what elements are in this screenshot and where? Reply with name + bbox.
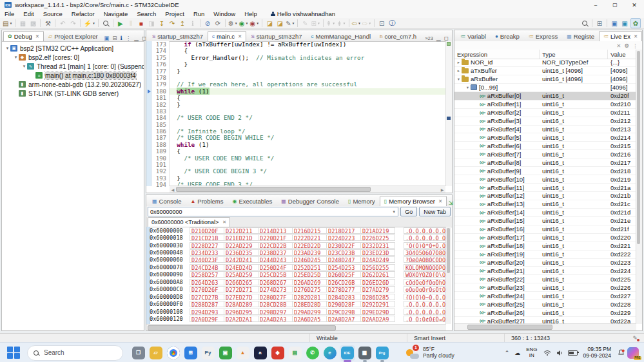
code-editor[interactable]: 1731741751761771781791801811821831841851…	[146, 41, 452, 186]
close-button[interactable]: ✕	[625, 0, 644, 10]
menu-edit[interactable]: Edit	[19, 10, 38, 17]
disconnect-icon[interactable]: ◨	[147, 19, 156, 28]
tab-registe[interactable]: ▦Registe	[562, 31, 599, 41]
memory-hex-cell[interactable]: D210D20F	[190, 227, 224, 234]
taskbar-weather[interactable]: 1 85°F Partly cloudy	[406, 347, 454, 359]
memory-hex-cell[interactable]: D240D23F	[190, 256, 224, 263]
memory-vscrollbar[interactable]	[445, 227, 451, 324]
menu-refactor[interactable]: Refactor	[67, 10, 99, 17]
tree-expander-icon[interactable]: ▾	[13, 55, 19, 60]
memory-hex-cell[interactable]: D226D225	[360, 234, 395, 241]
expression-row[interactable]: (x)=aRxBuffer[3]uint16_t0xd212	[454, 117, 636, 126]
menu-window[interactable]: Window	[209, 10, 240, 17]
debug-tree-node[interactable]: ▾◆bsp2.elf [cores: 0]	[2, 53, 144, 62]
memory-hex-cell[interactable]: D224D223	[326, 234, 361, 241]
debug-tree-node[interactable]: ▮arm-none-eabi-gdb (13.2.90.20230627)	[2, 80, 144, 89]
memory-hex-cell[interactable]: D294D293	[190, 309, 224, 315]
expression-row[interactable]: (x)=aRxBuffer[13]uint16_t0xd21c	[454, 200, 636, 209]
memory-hex-cell[interactable]: D28AD289	[224, 301, 259, 307]
maximize-button[interactable]: ▢	[605, 0, 625, 10]
expressions-vscrollbar[interactable]	[636, 50, 642, 324]
expression-row[interactable]: (x)=aRxBuffer[8]uint16_t0xd217	[454, 158, 636, 167]
skip-breakpoints-icon[interactable]: ⊘	[203, 19, 212, 28]
memory-hex-cell[interactable]: D21CD21B	[190, 234, 224, 241]
debug-tree-node[interactable]: ≡main() at main.c:180 0x80003f4	[2, 71, 144, 80]
tree-expander-icon[interactable]: ▾	[456, 77, 462, 82]
memory-hex-cell[interactable]: D232D231	[360, 242, 395, 249]
code-line[interactable]: /* USER CODE END WHILE */	[170, 155, 445, 162]
view-menu-icon[interactable]: ⋮	[126, 35, 132, 41]
menu-project[interactable]: Project	[161, 10, 189, 17]
code-line[interactable]: // If we reach here, all operations are …	[170, 81, 445, 88]
memory-hex-cell[interactable]: D274D273	[258, 286, 293, 292]
minimize-icon[interactable]: ▁	[436, 35, 441, 41]
expressions-hscroll-thumb[interactable]	[467, 325, 552, 330]
memory-hex-cell[interactable]: D22AD229	[224, 242, 259, 249]
menu-run[interactable]: Run	[189, 10, 209, 17]
tray-chevron-icon[interactable]: ⌃	[505, 350, 510, 356]
tab-live-ex[interactable]: ≔Live Ex✕	[599, 31, 642, 41]
memory-hscroll-thumb[interactable]	[148, 325, 336, 330]
close-icon[interactable]: ✕	[238, 33, 242, 39]
code-line[interactable]: Error_Handler(); // Mismatch indicates a…	[170, 55, 445, 61]
memory-row[interactable]: 0x60000000D210D20FD212D211D214D213D216D2…	[150, 227, 446, 234]
menu-source[interactable]: Source	[39, 10, 67, 17]
scroll-right-arrow[interactable]: ▶	[439, 187, 445, 192]
battery-icon[interactable]	[568, 350, 578, 356]
device-config-perspective-icon[interactable]: ▣	[620, 19, 629, 28]
memory-row[interactable]: 0x60000030D228D227D22AD229D22CD22BD22ED2…	[150, 242, 446, 249]
code-line[interactable]: while (1)	[170, 142, 445, 148]
tab-executables[interactable]: ◉Executables	[228, 196, 277, 206]
profile-icon[interactable]: ⚙▼	[228, 19, 238, 28]
memory-hex-cell[interactable]: D25AD259	[224, 271, 259, 278]
memory-hex-cell[interactable]: D29ED29D	[360, 309, 395, 315]
memory-row[interactable]: 0x60000048D234D233D236D235D238D237D23AD2…	[150, 249, 446, 256]
expression-row[interactable]: (x)=aRxBuffer[10]uint16_t0xd219	[454, 175, 636, 184]
code-line[interactable]: while (1)	[170, 88, 445, 95]
memory-hex-cell[interactable]: D254D253	[326, 264, 361, 271]
column-type[interactable]: Type	[540, 50, 608, 59]
notifications-bell-icon[interactable]	[618, 349, 625, 356]
debug-perspective-icon[interactable]: ✿	[630, 18, 641, 28]
memory-hex-cell[interactable]: D230D22F	[326, 242, 361, 249]
memory-hex-cell[interactable]: D238D237	[258, 249, 293, 256]
memory-hex-cell[interactable]: D27ED27D	[224, 294, 259, 300]
memory-hex-cell[interactable]: D29CD29B	[326, 309, 361, 315]
instruction-mode-icon[interactable]: ℹ	[120, 35, 122, 41]
maximize-icon[interactable]: ◻	[444, 35, 448, 41]
mark-occurrences-icon[interactable]: ✎	[300, 19, 309, 28]
tree-expander-icon[interactable]: ▾	[465, 85, 471, 90]
memory-hex-cell[interactable]: D2A4D2A3	[258, 316, 293, 322]
debug-tree-node[interactable]: ▾▣bsp2 [STM32 C/C++ Application]	[2, 44, 144, 53]
taskbar-notes-app-icon[interactable]: ▤	[288, 345, 303, 361]
annotations-icon[interactable]: ✎▼	[286, 19, 295, 28]
taskbar-vlc-icon[interactable]: ▲	[235, 345, 251, 361]
expression-row[interactable]: (x)=aRxBuffer[20]uint16_t0xd223	[454, 259, 636, 267]
memory-hex-cell[interactable]: D21ED21D	[224, 234, 259, 241]
memory-hex-cell[interactable]: D256D255	[360, 264, 395, 271]
close-icon[interactable]: ✕	[35, 33, 39, 39]
save-all-icon[interactable]: ▩	[28, 19, 37, 28]
taskbar-microsoft-store-icon[interactable]: ⊞	[183, 345, 199, 361]
tab-console[interactable]: ▦Console	[148, 196, 186, 206]
memory-hex-cell[interactable]: D220D21F	[258, 234, 293, 241]
memory-row[interactable]: 0x60000078D24CD24BD24ED24DD250D24FD252D2…	[150, 263, 446, 271]
memory-hex-cell[interactable]: D268D267	[258, 279, 293, 285]
code-line[interactable]: }	[170, 68, 445, 75]
memory-row[interactable]: 0x60000108D294D293D296D295D298D297D29AD2…	[150, 308, 446, 315]
expression-row[interactable]: (x)=aRxBuffer[4]uint16_t0xd213	[454, 126, 636, 134]
memory-hex-cell[interactable]: D236D235	[224, 249, 259, 256]
code-line[interactable]: }	[170, 61, 445, 68]
memory-hex-cell[interactable]: D262D261	[360, 271, 395, 278]
expression-row[interactable]: ▸NOR_IdNOR_IDTypeDef{...}	[454, 59, 636, 67]
memory-hex-cell[interactable]: D23AD239	[292, 249, 327, 256]
connect-icon[interactable]: ▣	[104, 35, 109, 41]
menu-help[interactable]: Help	[240, 10, 262, 17]
close-icon[interactable]: ✕	[634, 33, 638, 39]
expression-row[interactable]: (x)=aRxBuffer[17]uint16_t0xd220	[454, 234, 636, 242]
expression-row[interactable]: (x)=aRxBuffer[9]uint16_t0xd218	[454, 167, 636, 175]
resume-icon[interactable]: ▶	[116, 19, 125, 28]
code-line[interactable]: /* USER CODE BEGIN 3 */	[170, 168, 445, 175]
memory-hex-cell[interactable]: D286D285	[360, 294, 395, 300]
memory-hex-cell[interactable]: D28ED28D	[292, 301, 327, 307]
